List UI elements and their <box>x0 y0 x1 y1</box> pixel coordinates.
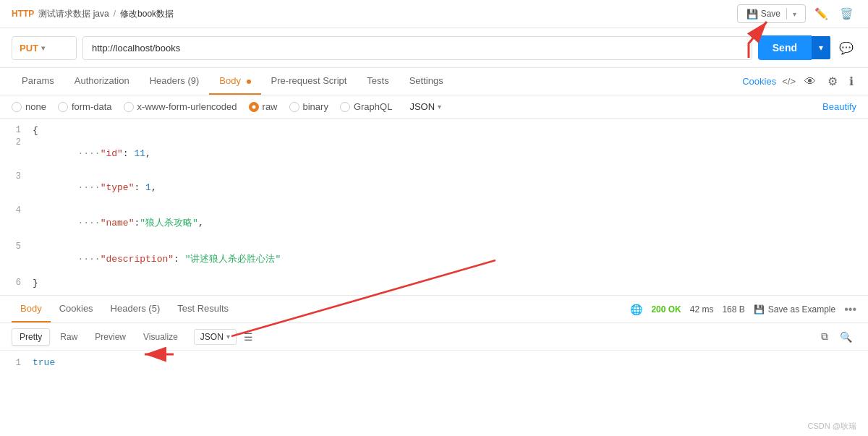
radio-raw[interactable]: raw <box>249 101 278 112</box>
code-content-5: ····"description": "讲述狼人杀必胜心法" <box>33 241 868 276</box>
body-type-bar: none form-data x-www-form-urlencoded raw… <box>0 95 868 119</box>
response-tab-nav: Body Cookies Headers (5) Test Results 🌐 … <box>0 296 868 323</box>
code-editor[interactable]: 1 { 2 ····"id": 11, 3 ····"type": 1, 4 ·… <box>0 119 868 296</box>
resp-tab-test-results[interactable]: Test Results <box>169 296 237 322</box>
save-label: Save <box>761 9 780 19</box>
save-floppy-icon: 💾 <box>754 304 765 315</box>
radio-binary-circle <box>289 102 299 112</box>
wrap-icon-button[interactable]: ☰ <box>239 328 258 346</box>
cookies-button[interactable]: Cookies <box>742 76 776 87</box>
radio-graphql[interactable]: GraphQL <box>340 101 392 112</box>
method-select[interactable]: PUT ▾ <box>12 36 77 60</box>
eye-icon-button[interactable]: 👁 <box>801 72 819 91</box>
line-num-2: 2 <box>0 137 33 148</box>
radio-none[interactable]: none <box>12 101 46 112</box>
resp-line-1: 1 true <box>0 356 868 369</box>
code-line-2: 2 ····"id": 11, <box>0 137 868 171</box>
json-dropdown-icon: ▾ <box>438 103 441 111</box>
resp-line-num-1: 1 <box>0 358 33 368</box>
code-content-6: } <box>33 278 868 288</box>
code-line-3: 3 ····"type": 1, <box>0 171 868 205</box>
format-dropdown-icon: ▾ <box>226 333 230 341</box>
more-options-button[interactable]: ••• <box>844 303 856 316</box>
breadcrumb-method: HTTP <box>12 9 34 19</box>
response-size: 168 B <box>722 304 744 315</box>
response-status-bar: 🌐 200 OK 42 ms 168 B 💾 Save as Example •… <box>630 303 856 316</box>
code-line-4: 4 ····"name":"狼人杀攻略", <box>0 205 868 241</box>
json-format-select[interactable]: JSON ▾ <box>409 101 441 112</box>
tab-pre-request[interactable]: Pre-request Script <box>261 68 357 95</box>
response-section: Body Cookies Headers (5) Test Results 🌐 … <box>0 296 868 436</box>
radio-binary[interactable]: binary <box>289 101 328 112</box>
tab-right-actions: Cookies </> 👁 ⚙ ℹ <box>742 72 856 91</box>
fmt-visualize-button[interactable]: Visualize <box>136 329 185 345</box>
tab-headers[interactable]: Headers (9) <box>140 68 210 95</box>
save-dropdown-arrow[interactable]: ▾ <box>793 10 796 18</box>
radio-raw-label: raw <box>263 101 278 112</box>
tab-params[interactable]: Params <box>12 68 64 95</box>
save-button[interactable]: 💾 Save ▾ <box>737 4 806 23</box>
code-content-3: ····"type": 1, <box>33 171 868 204</box>
fmt-pretty-button[interactable]: Pretty <box>12 328 50 346</box>
watermark: CSDN @耿瑞 <box>808 421 856 432</box>
globe-icon: 🌐 <box>630 304 642 315</box>
url-input[interactable] <box>82 36 752 60</box>
settings-icon-button[interactable]: ⚙ <box>825 72 841 91</box>
beautify-button[interactable]: Beautify <box>822 101 856 112</box>
radio-graphql-circle <box>340 102 350 112</box>
tab-settings[interactable]: Settings <box>399 68 454 95</box>
breadcrumb-actions: 💾 Save ▾ ✏️ 🗑️ <box>737 4 856 23</box>
tab-authorization[interactable]: Authorization <box>64 68 140 95</box>
code-line-6: 6 } <box>0 277 868 289</box>
response-format-select[interactable]: JSON ▾ <box>194 329 237 345</box>
fmt-raw-button[interactable]: Raw <box>53 329 85 345</box>
code-tag-button[interactable]: </> <box>782 76 796 87</box>
request-tab-nav: Params Authorization Headers (9) Body Pr… <box>0 68 868 95</box>
radio-none-circle <box>12 102 22 112</box>
radio-form-data[interactable]: form-data <box>58 101 112 112</box>
radio-raw-circle <box>249 102 259 112</box>
radio-urlencoded-circle <box>124 102 134 112</box>
send-button-group: Send ▾ <box>758 35 830 60</box>
body-dot <box>247 80 251 84</box>
breadcrumb-bar: HTTP 测试请求数据 java / 修改book数据 💾 Save ▾ ✏️ … <box>0 0 868 28</box>
save-icon: 💾 <box>746 9 758 20</box>
resp-tab-headers[interactable]: Headers (5) <box>102 296 169 322</box>
fmt-preview-button[interactable]: Preview <box>88 329 133 345</box>
resp-tab-body[interactable]: Body <box>12 296 51 322</box>
code-line-5: 5 ····"description": "讲述狼人杀必胜心法" <box>0 241 868 277</box>
response-format-label: JSON <box>200 332 224 342</box>
send-main-button[interactable]: Send <box>758 35 812 60</box>
resp-format-right: ⧉ 🔍 <box>817 328 856 346</box>
line-num-4: 4 <box>0 205 33 215</box>
code-line-1: 1 { <box>0 124 868 137</box>
tab-tests[interactable]: Tests <box>357 68 399 95</box>
send-dropdown-button[interactable]: ▾ <box>812 36 830 59</box>
resp-tab-cookies[interactable]: Cookies <box>51 296 102 322</box>
breadcrumb-current: 修改book数据 <box>120 8 174 20</box>
save-example-button[interactable]: 💾 Save as Example <box>754 304 835 315</box>
save-example-label: Save as Example <box>768 304 835 315</box>
main-container: HTTP 测试请求数据 java / 修改book数据 💾 Save ▾ ✏️ … <box>0 0 868 436</box>
delete-icon-button[interactable]: 🗑️ <box>837 4 856 23</box>
copy-icon-button[interactable]: ⧉ <box>817 328 833 346</box>
line-num-5: 5 <box>0 241 33 252</box>
edit-icon-button[interactable]: ✏️ <box>812 4 831 23</box>
radio-graphql-label: GraphQL <box>354 101 392 112</box>
tab-body[interactable]: Body <box>209 68 260 95</box>
search-icon-button[interactable]: 🔍 <box>835 328 856 346</box>
json-format-label: JSON <box>409 101 435 112</box>
code-content-4: ····"name":"狼人杀攻略", <box>33 205 868 240</box>
radio-urlencoded[interactable]: x-www-form-urlencoded <box>124 101 237 112</box>
breadcrumb-path: 测试请求数据 java <box>38 8 109 20</box>
breadcrumb-separator: / <box>114 9 116 19</box>
method-dropdown-icon: ▾ <box>41 44 45 52</box>
comment-icon-button[interactable]: 💬 <box>836 38 856 58</box>
radio-binary-label: binary <box>303 101 328 112</box>
resp-value-true: true <box>33 357 55 368</box>
url-section: PUT ▾ Send ▾ 💬 <box>0 28 868 68</box>
info-icon-button[interactable]: ℹ <box>846 72 856 91</box>
status-code: 200 OK <box>651 304 681 315</box>
radio-urlencoded-label: x-www-form-urlencoded <box>137 101 237 112</box>
line-num-1: 1 <box>0 125 33 135</box>
